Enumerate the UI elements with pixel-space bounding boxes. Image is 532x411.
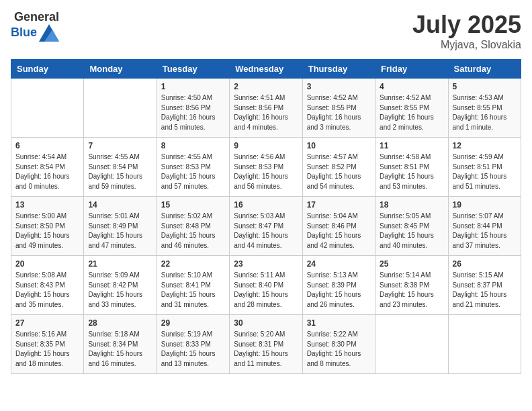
day-number: 22 [161,259,225,269]
day-detail: Sunrise: 5:20 AM Sunset: 8:31 PM Dayligh… [234,330,298,369]
day-detail: Sunrise: 5:10 AM Sunset: 8:41 PM Dayligh… [161,271,225,310]
day-detail: Sunrise: 5:05 AM Sunset: 8:45 PM Dayligh… [380,212,443,250]
day-number: 16 [234,200,298,210]
day-number: 8 [161,141,225,150]
calendar-cell: 7Sunrise: 4:55 AM Sunset: 8:54 PM Daylig… [84,138,157,197]
day-number: 27 [15,318,79,328]
calendar-cell: 27Sunrise: 5:16 AM Sunset: 8:35 PM Dayli… [11,315,84,374]
day-number: 6 [15,141,79,150]
day-detail: Sunrise: 4:51 AM Sunset: 8:56 PM Dayligh… [234,93,298,132]
day-detail: Sunrise: 4:53 AM Sunset: 8:55 PM Dayligh… [453,93,517,132]
calendar-cell: 1Sunrise: 4:50 AM Sunset: 8:56 PM Daylig… [157,79,229,138]
day-detail: Sunrise: 4:59 AM Sunset: 8:51 PM Dayligh… [453,152,517,191]
calendar-cell: 26Sunrise: 5:15 AM Sunset: 8:37 PM Dayli… [448,256,521,315]
calendar-table: SundayMondayTuesdayWednesdayThursdayFrid… [11,59,521,374]
logo: General Blue [11,11,59,42]
calendar-cell: 18Sunrise: 5:05 AM Sunset: 8:45 PM Dayli… [375,197,448,256]
day-number: 31 [307,318,371,328]
calendar-cell: 12Sunrise: 4:59 AM Sunset: 8:51 PM Dayli… [448,138,521,197]
calendar-week-row: 20Sunrise: 5:08 AM Sunset: 8:43 PM Dayli… [11,256,521,315]
day-number: 23 [234,259,298,269]
calendar-cell: 16Sunrise: 5:03 AM Sunset: 8:47 PM Dayli… [230,197,302,256]
calendar-cell [11,79,84,138]
logo-general: General [14,11,59,24]
day-detail: Sunrise: 5:04 AM Sunset: 8:46 PM Dayligh… [307,212,371,250]
day-number: 21 [88,259,152,269]
day-detail: Sunrise: 4:55 AM Sunset: 8:53 PM Dayligh… [161,152,225,191]
calendar-cell: 25Sunrise: 5:14 AM Sunset: 8:38 PM Dayli… [375,256,448,315]
page-header: General Blue July 2025 Myjava, Slovakia [11,11,521,51]
weekday-header-friday: Friday [375,60,448,79]
calendar-cell: 20Sunrise: 5:08 AM Sunset: 8:43 PM Dayli… [11,256,84,315]
calendar-week-row: 27Sunrise: 5:16 AM Sunset: 8:35 PM Dayli… [11,315,521,374]
month-title: July 2025 [412,11,521,39]
calendar-cell: 30Sunrise: 5:20 AM Sunset: 8:31 PM Dayli… [230,315,302,374]
day-number: 26 [453,259,517,269]
day-detail: Sunrise: 4:56 AM Sunset: 8:53 PM Dayligh… [234,152,298,191]
calendar-cell: 9Sunrise: 4:56 AM Sunset: 8:53 PM Daylig… [230,138,302,197]
day-detail: Sunrise: 5:03 AM Sunset: 8:47 PM Dayligh… [234,212,298,250]
calendar-cell: 31Sunrise: 5:22 AM Sunset: 8:30 PM Dayli… [302,315,375,374]
day-detail: Sunrise: 5:13 AM Sunset: 8:39 PM Dayligh… [307,271,371,310]
day-detail: Sunrise: 5:02 AM Sunset: 8:48 PM Dayligh… [161,212,225,250]
day-number: 29 [161,318,225,328]
day-detail: Sunrise: 5:14 AM Sunset: 8:38 PM Dayligh… [380,271,443,310]
day-number: 13 [15,200,79,210]
calendar-cell: 23Sunrise: 5:11 AM Sunset: 8:40 PM Dayli… [230,256,302,315]
day-number: 17 [307,200,371,210]
calendar-cell: 4Sunrise: 4:52 AM Sunset: 8:55 PM Daylig… [375,79,448,138]
day-number: 4 [380,82,443,91]
day-number: 11 [380,141,443,150]
calendar-cell: 2Sunrise: 4:51 AM Sunset: 8:56 PM Daylig… [230,79,302,138]
calendar-cell: 13Sunrise: 5:00 AM Sunset: 8:50 PM Dayli… [11,197,84,256]
day-detail: Sunrise: 4:52 AM Sunset: 8:55 PM Dayligh… [380,93,443,132]
day-number: 3 [307,82,371,91]
day-detail: Sunrise: 5:00 AM Sunset: 8:50 PM Dayligh… [15,212,79,250]
weekday-header-thursday: Thursday [302,60,375,79]
day-number: 19 [453,200,517,210]
day-number: 12 [453,141,517,150]
day-number: 28 [88,318,152,328]
calendar-cell: 29Sunrise: 5:19 AM Sunset: 8:33 PM Dayli… [157,315,229,374]
day-detail: Sunrise: 5:22 AM Sunset: 8:30 PM Dayligh… [307,330,371,369]
day-detail: Sunrise: 4:58 AM Sunset: 8:51 PM Dayligh… [380,152,443,191]
day-number: 25 [380,259,443,269]
day-number: 30 [234,318,298,328]
day-detail: Sunrise: 5:07 AM Sunset: 8:44 PM Dayligh… [453,212,517,250]
calendar-cell: 17Sunrise: 5:04 AM Sunset: 8:46 PM Dayli… [302,197,375,256]
day-detail: Sunrise: 5:19 AM Sunset: 8:33 PM Dayligh… [161,330,225,369]
day-number: 15 [161,200,225,210]
day-number: 7 [88,141,152,150]
weekday-header-wednesday: Wednesday [230,60,302,79]
day-number: 20 [15,259,79,269]
day-number: 5 [453,82,517,91]
calendar-cell: 22Sunrise: 5:10 AM Sunset: 8:41 PM Dayli… [157,256,229,315]
weekday-header-sunday: Sunday [11,60,84,79]
day-number: 9 [234,141,298,150]
title-block: July 2025 Myjava, Slovakia [412,11,521,51]
day-number: 2 [234,82,298,91]
calendar-cell: 24Sunrise: 5:13 AM Sunset: 8:39 PM Dayli… [302,256,375,315]
day-detail: Sunrise: 5:01 AM Sunset: 8:49 PM Dayligh… [88,212,152,250]
calendar-cell: 8Sunrise: 4:55 AM Sunset: 8:53 PM Daylig… [157,138,229,197]
logo-blue: Blue [11,26,37,40]
weekday-header-row: SundayMondayTuesdayWednesdayThursdayFrid… [11,60,521,79]
calendar-cell: 19Sunrise: 5:07 AM Sunset: 8:44 PM Dayli… [448,197,521,256]
calendar-body: 1Sunrise: 4:50 AM Sunset: 8:56 PM Daylig… [11,79,521,374]
day-detail: Sunrise: 4:52 AM Sunset: 8:55 PM Dayligh… [307,93,371,132]
calendar-cell: 15Sunrise: 5:02 AM Sunset: 8:48 PM Dayli… [157,197,229,256]
calendar-cell: 6Sunrise: 4:54 AM Sunset: 8:54 PM Daylig… [11,138,84,197]
day-number: 18 [380,200,443,210]
calendar-week-row: 13Sunrise: 5:00 AM Sunset: 8:50 PM Dayli… [11,197,521,256]
day-detail: Sunrise: 4:50 AM Sunset: 8:56 PM Dayligh… [161,93,225,132]
calendar-header: SundayMondayTuesdayWednesdayThursdayFrid… [11,60,521,79]
calendar-cell: 10Sunrise: 4:57 AM Sunset: 8:52 PM Dayli… [302,138,375,197]
calendar-cell: 14Sunrise: 5:01 AM Sunset: 8:49 PM Dayli… [84,197,157,256]
day-number: 24 [307,259,371,269]
calendar-cell: 3Sunrise: 4:52 AM Sunset: 8:55 PM Daylig… [302,79,375,138]
calendar-cell [448,315,521,374]
day-detail: Sunrise: 4:55 AM Sunset: 8:54 PM Dayligh… [88,152,152,191]
weekday-header-saturday: Saturday [448,60,521,79]
day-number: 14 [88,200,152,210]
calendar-cell: 28Sunrise: 5:18 AM Sunset: 8:34 PM Dayli… [84,315,157,374]
